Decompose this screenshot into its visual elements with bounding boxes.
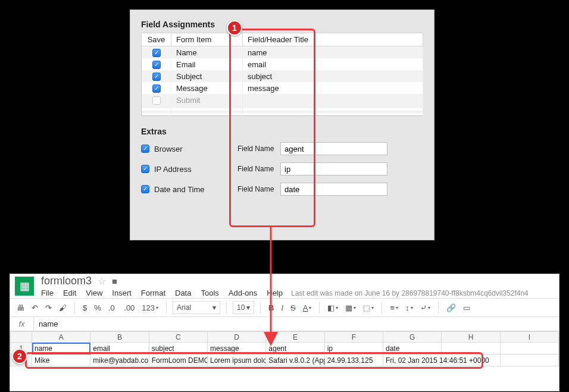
folder-icon[interactable]: ■ [112,276,117,286]
table-row[interactable]: ✓Submit [142,94,423,106]
borders-icon[interactable]: ▦▾ [343,302,358,313]
checkbox-icon[interactable]: ✓ [152,73,161,81]
extra-row: ✓Date and TimeField Name [141,183,423,196]
format-percent[interactable]: % [92,302,103,313]
decrease-decimal[interactable]: .0 [107,302,118,313]
formula-value[interactable]: name [34,319,63,328]
checkbox-icon[interactable]: ✓ [152,49,161,57]
grid-cell[interactable]: agent [266,343,324,355]
field-name-label: Field Name [237,165,280,173]
menu-item[interactable]: Insert [112,288,132,297]
text-color-icon[interactable]: A▾ [301,302,314,313]
star-icon[interactable]: ☆ [98,275,106,287]
field-title-cell: email [243,58,423,70]
table-row[interactable]: ✓Emailemail [142,58,423,70]
grid-cell[interactable]: Mike [32,355,90,366]
menu-item[interactable]: Data [175,288,191,297]
more-formats[interactable]: 123▾ [140,302,160,313]
toolbar: 🖶 ↶ ↷ 🖌 $ % .0 .00 123▾ Arial▾ 10▾ B I S… [10,298,559,317]
column-header[interactable]: I [500,332,558,343]
checkbox-icon[interactable]: ✓ [141,145,149,153]
column-header[interactable]: C [149,332,207,343]
grid-cell[interactable] [442,343,500,355]
redo-icon[interactable]: ↷ [43,302,54,313]
menu-item[interactable]: View [86,288,102,297]
field-name-input[interactable] [280,183,387,196]
merge-icon[interactable]: ⬚▾ [361,302,376,313]
print-icon[interactable]: 🖶 [15,302,26,313]
menu-item[interactable]: Help [267,288,283,297]
column-header[interactable]: F [324,332,383,343]
form-item-cell: Name [171,46,243,59]
column-header[interactable]: G [383,332,441,343]
column-header[interactable]: B [90,332,149,343]
format-currency[interactable]: $ [81,302,89,313]
field-name-input[interactable] [280,162,387,175]
column-header[interactable]: H [442,332,500,343]
menu-item[interactable]: Tools [201,288,218,297]
grid-cell[interactable] [500,343,558,355]
menu-bar: FileEditViewInsertFormatDataToolsAdd-ons… [41,288,283,297]
grid-cell[interactable]: subject [149,343,207,355]
grid-cell[interactable]: 24.99.133.125 [324,355,383,366]
grid-cell[interactable]: date [383,343,441,355]
fx-icon: fx [10,317,34,331]
spreadsheet-window: ▦ formloom3 ☆ ■ FileEditViewInsertFormat… [10,274,559,391]
checkbox-icon[interactable]: ✓ [141,185,149,193]
checkbox-icon[interactable]: ✓ [152,84,161,93]
font-select[interactable]: Arial▾ [173,301,220,314]
grid-cell[interactable] [500,355,558,366]
table-row[interactable]: ✓Messagemessage [142,82,423,94]
grid-cell[interactable]: name [32,343,90,355]
field-title-cell: subject [243,70,423,82]
grid-cell[interactable]: FormLoom DEMO [149,355,207,366]
fill-color-icon[interactable]: ◧▾ [326,302,340,313]
column-header[interactable]: E [266,332,324,343]
callout-badge-2: 2 [12,349,27,364]
table-row[interactable]: ✓Namename [142,46,423,59]
comment-icon[interactable]: ▭ [461,302,472,313]
column-header[interactable]: A [32,332,90,343]
italic-icon[interactable]: I [279,302,285,313]
field-name-input[interactable] [280,142,387,155]
callout-badge-1: 1 [227,20,242,36]
paint-format-icon[interactable]: 🖌 [57,302,68,313]
grid[interactable]: ABCDEFGHI 1nameemailsubjectmessageagenti… [10,331,559,366]
extra-label: Date and Time [154,185,237,194]
grid-cell[interactable]: Lorem ipsum dolo [207,355,265,366]
h-align-icon[interactable]: ≡▾ [388,302,400,313]
column-header[interactable]: D [207,332,265,343]
grid-row[interactable]: 1nameemailsubjectmessageagentipdate [11,343,559,355]
form-item-cell: Submit [171,94,243,106]
menu-item[interactable]: Add-ons [229,288,257,297]
grid-cell[interactable]: Fri, 02 Jan 2015 14:46:51 +0000 [383,355,441,366]
grid-cell[interactable]: email [90,343,149,355]
grid-cell[interactable]: Safari v.8.0.2 (App [266,355,324,366]
wrap-icon[interactable]: ⤶▾ [418,302,432,313]
checkbox-icon[interactable]: ✓ [152,61,161,69]
extra-label: IP Address [154,165,237,174]
col-save: Save [142,33,171,46]
grid-row[interactable]: 2Mikemike@yabdab.coFormLoom DEMOLorem ip… [11,355,559,366]
checkbox-icon[interactable]: ✓ [141,165,149,173]
menu-item[interactable]: Format [141,288,165,297]
bold-icon[interactable]: B [267,302,276,313]
link-icon[interactable]: 🔗 [445,302,458,313]
increase-decimal[interactable]: .00 [122,302,136,313]
menu-item[interactable]: File [41,288,54,297]
menu-item[interactable]: Edit [63,288,76,297]
table-row[interactable]: ✓Subjectsubject [142,70,423,82]
last-edit-text: Last edit was made on June 16 by 2869788… [291,289,529,297]
undo-icon[interactable]: ↶ [30,302,40,313]
grid-cell[interactable]: message [207,343,265,355]
font-size-select[interactable]: 10▾ [233,301,254,314]
strike-icon[interactable]: S [289,302,298,313]
checkbox-icon[interactable]: ✓ [152,96,161,105]
v-align-icon[interactable]: ↕▾ [404,302,415,313]
form-item-cell: Subject [171,70,243,82]
grid-cell[interactable]: ip [324,343,383,355]
grid-cell[interactable]: mike@yabdab.co [90,355,149,366]
doc-title[interactable]: formloom3 [41,275,92,287]
extra-label: Browser [154,145,237,153]
extra-row: ✓BrowserField Name [141,142,423,155]
